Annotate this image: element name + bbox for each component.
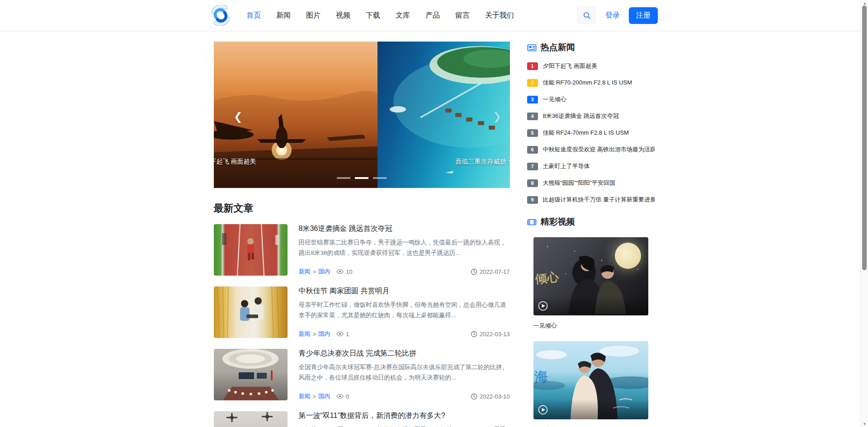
category-link[interactable]: 新闻 xyxy=(299,267,311,276)
scroll-down-arrow[interactable]: ▼ xyxy=(861,421,868,427)
carousel-caption: 面临三重生存威胁 全 xyxy=(456,158,510,166)
login-link[interactable]: 登录 xyxy=(604,8,622,23)
article-title-link[interactable]: 中秋佳节 阖家团圆 共赏明月 xyxy=(299,286,510,296)
nav-item-news[interactable]: 新闻 xyxy=(276,11,291,19)
hot-news-text: 土豪盯上了半导体 xyxy=(543,162,590,170)
rank-badge: 3 xyxy=(527,96,538,103)
video-shade xyxy=(533,296,648,315)
carousel-indicator-2[interactable] xyxy=(355,177,368,179)
nav-item-download[interactable]: 下载 xyxy=(366,11,380,19)
nav-item-products[interactable]: 产品 xyxy=(425,11,440,19)
video-card[interactable]: 倾心 xyxy=(533,237,648,330)
subcategory-link[interactable]: 国内 xyxy=(318,330,330,338)
rank-badge: 2 xyxy=(527,79,538,87)
carousel-caption: 下起飞 画面超美 xyxy=(214,158,256,166)
play-icon[interactable] xyxy=(538,301,548,311)
latest-articles-heading: 最新文章 xyxy=(214,202,510,215)
article-row: 青少年总决赛次日战 完成第二轮比拼 全国青少年高尔夫球冠军赛-总决赛在国际高尔夫… xyxy=(214,349,510,400)
article-thumbnail[interactable] xyxy=(214,224,288,276)
island-art xyxy=(377,42,510,188)
top-navbar: 首页 新闻 图片 视频 下载 文库 产品 留言 关于我们 登录 注册 xyxy=(0,0,868,31)
hot-news-item[interactable]: 6 中秋短途度假受欢迎 高铁出游市场最为活跃 xyxy=(527,145,655,154)
rank-badge: 5 xyxy=(527,129,538,137)
scrollbar-thumb[interactable] xyxy=(862,5,867,270)
hot-news-item[interactable]: 1 夕阳下起飞 画面超美 xyxy=(527,62,655,70)
hot-news-text: 比超级计算机快千万倍 量子计算获重要进展 xyxy=(543,196,655,204)
view-count: 1 xyxy=(346,331,349,338)
rank-badge: 9 xyxy=(527,196,538,204)
chevron-left-icon[interactable]: ❮ xyxy=(234,110,243,123)
search-button[interactable] xyxy=(577,7,596,24)
video-caption[interactable]: 一见倾心 xyxy=(533,322,648,330)
newspaper-icon xyxy=(527,43,537,52)
article-thumbnail[interactable] xyxy=(214,349,288,400)
video-list: 倾心 xyxy=(527,237,655,427)
hot-news-text: 夕阳下起飞 画面超美 xyxy=(543,62,598,70)
article-thumbnail[interactable] xyxy=(214,286,288,338)
hot-news-item[interactable]: 3 一见倾心 xyxy=(527,95,655,103)
rank-badge: 6 xyxy=(527,146,538,154)
subcategory-link[interactable]: 国内 xyxy=(318,392,330,400)
hot-news-title: 热点新闻 xyxy=(541,42,575,53)
category-link[interactable]: 新闻 xyxy=(299,392,311,400)
hero-carousel: 下起飞 画面超美 xyxy=(214,42,510,188)
rank-badge: 1 xyxy=(527,62,538,70)
nav-item-library[interactable]: 文库 xyxy=(396,11,410,19)
hot-news-text: 佳能 RF24-70mm F2.8 L IS USM xyxy=(543,129,629,137)
vertical-scrollbar: ▲ ▼ xyxy=(860,0,868,427)
search-icon xyxy=(583,11,591,19)
hot-news-text: 大熊猫“园园”“阳阳”平安回国 xyxy=(543,179,615,187)
hot-news-item[interactable]: 2 佳能 RF70-200mm F2.8 L IS USM xyxy=(527,79,655,87)
view-count: 10 xyxy=(346,268,352,275)
article-title-link[interactable]: 第一波“双11”数据背后，新消费的潜力有多大? xyxy=(299,411,510,421)
nav-item-videos[interactable]: 视频 xyxy=(336,11,350,19)
carousel-indicator-3[interactable] xyxy=(373,177,387,179)
main-nav: 首页 新闻 图片 视频 下载 文库 产品 留言 关于我们 xyxy=(246,11,514,20)
article-date: 2022-07-17 xyxy=(480,268,510,275)
category-link[interactable]: 新闻 xyxy=(299,330,311,338)
breadcrumb-separator: > xyxy=(313,393,316,400)
hot-news-text: 8米36逆袭摘金 跳远首次夺冠 xyxy=(543,112,619,120)
article-title-link[interactable]: 青少年总决赛次日战 完成第二轮比拼 xyxy=(299,349,510,358)
hot-news-item[interactable]: 8 大熊猫“园园”“阳阳”平安回国 xyxy=(527,179,655,187)
hot-news-text: 一见倾心 xyxy=(543,95,566,103)
register-button[interactable]: 注册 xyxy=(629,7,658,24)
carousel-indicator-1[interactable] xyxy=(337,177,350,179)
nav-item-message[interactable]: 留言 xyxy=(455,11,470,19)
video-thumbnail[interactable]: 倾心 xyxy=(533,237,648,315)
article-summary: 母亲平时工作忙碌，做饭时喜欢快手快脚，但每当她有空闲，总会用心做几道拿手的家常菜… xyxy=(299,300,510,320)
article-row: 中秋佳节 阖家团圆 共赏明月 母亲平时工作忙碌，做饭时喜欢快手快脚，但每当她有空… xyxy=(214,286,510,338)
site-logo-icon[interactable] xyxy=(210,5,231,26)
eye-icon xyxy=(336,268,344,275)
carousel-slide-island[interactable]: 面临三重生存威胁 全 xyxy=(377,42,510,188)
nav-item-home[interactable]: 首页 xyxy=(246,11,261,19)
article-row: 8米36逆袭摘金 跳远首次夺冠 田径世锦赛第二比赛日争夺，男子跳远一鸣惊人，凭借… xyxy=(214,224,510,276)
nav-item-about[interactable]: 关于我们 xyxy=(485,11,514,19)
view-count: 0 xyxy=(346,393,349,400)
article-summary: 全国青少年高尔夫球冠军赛-总决赛在国际高尔夫俱乐部完成了第二轮的比拼。风雨之中，… xyxy=(299,362,510,383)
film-icon xyxy=(527,217,537,227)
eye-icon xyxy=(336,393,344,400)
breadcrumb-separator: > xyxy=(313,331,316,338)
hot-news-item[interactable]: 9 比超级计算机快千万倍 量子计算获重要进展 xyxy=(527,196,655,204)
hot-news-header: 热点新闻 xyxy=(527,42,655,53)
article-summary: 今年的&ldquo;双11&rdquo;，比往年来得都要早。 今年的&ldquo… xyxy=(299,424,510,427)
chevron-right-icon[interactable]: ❯ xyxy=(492,110,501,123)
hot-news-text: 佳能 RF70-200mm F2.8 L IS USM xyxy=(543,79,632,87)
hot-news-item[interactable]: 4 8米36逆袭摘金 跳远首次夺冠 xyxy=(527,112,655,120)
video-section-title: 精彩视频 xyxy=(541,216,575,228)
article-title-link[interactable]: 8米36逆袭摘金 跳远首次夺冠 xyxy=(299,224,510,234)
rank-badge: 8 xyxy=(527,179,538,187)
article-thumbnail[interactable] xyxy=(214,411,288,427)
hot-news-list: 1 夕阳下起飞 画面超美 2 佳能 RF70-200mm F2.8 L IS U… xyxy=(527,62,655,204)
hot-news-item[interactable]: 5 佳能 RF24-70mm F2.8 L IS USM xyxy=(527,129,655,137)
clock-icon xyxy=(471,331,477,338)
article-row: 第一波“双11”数据背后，新消费的潜力有多大? 今年的&ldquo;双11&rd… xyxy=(214,411,510,427)
video-thumbnail[interactable]: 海 xyxy=(533,341,648,419)
nav-item-images[interactable]: 图片 xyxy=(306,11,321,19)
play-icon[interactable] xyxy=(538,405,548,415)
carousel-indicators xyxy=(337,177,387,179)
subcategory-link[interactable]: 国内 xyxy=(318,267,330,276)
video-card[interactable]: 海 xyxy=(533,341,648,427)
hot-news-item[interactable]: 7 土豪盯上了半导体 xyxy=(527,162,655,170)
